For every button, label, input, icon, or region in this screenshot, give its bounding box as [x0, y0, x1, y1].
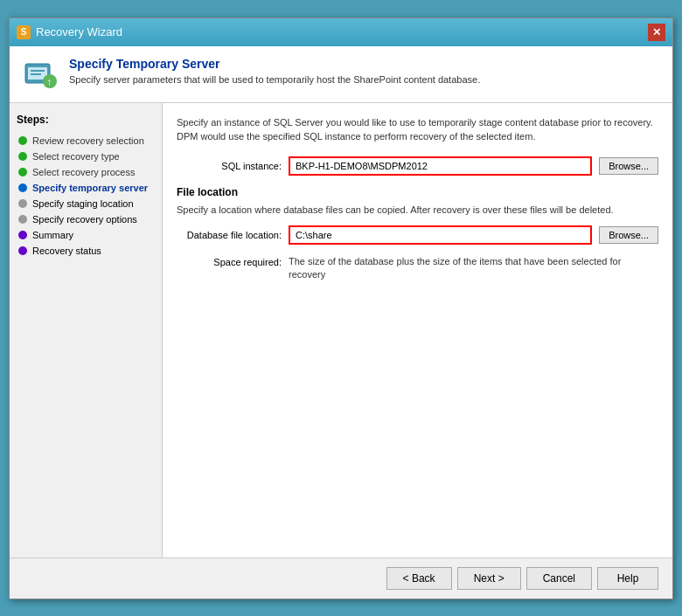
db-file-input[interactable]	[289, 225, 592, 245]
dot-recovery-type	[18, 152, 27, 161]
dot-staging	[18, 199, 27, 208]
browse-db-button[interactable]: Browse...	[599, 226, 658, 244]
svg-rect-2	[31, 70, 45, 72]
sidebar-label-staging: Specify staging location	[32, 198, 134, 209]
sidebar-label-recovery-type: Select recovery type	[32, 151, 120, 162]
back-button[interactable]: < Back	[386, 567, 452, 590]
close-button[interactable]: ✕	[648, 24, 665, 41]
sidebar-item-review[interactable]: Review recovery selection	[17, 133, 155, 149]
dot-temp-server	[18, 183, 27, 192]
space-value: The size of the database plus the size o…	[289, 255, 658, 282]
footer: < Back Next > Cancel Help	[10, 557, 672, 599]
sidebar-label-recovery-process: Select recovery process	[32, 167, 135, 177]
sidebar-label-review: Review recovery selection	[32, 135, 144, 146]
sidebar-item-summary[interactable]: Summary	[17, 227, 155, 243]
header-icon: ↑	[24, 57, 59, 92]
space-label: Space required:	[177, 255, 282, 267]
svg-rect-3	[31, 73, 41, 75]
sql-instance-row: SQL instance: Browse...	[177, 156, 658, 176]
sidebar-item-recovery-process[interactable]: Select recovery process	[17, 164, 155, 180]
space-required-row: Space required: The size of the database…	[177, 255, 658, 282]
sidebar-item-recovery-status[interactable]: Recovery status	[17, 243, 155, 259]
sidebar: Steps: Review recovery selection Select …	[10, 103, 163, 557]
header-text: Specify Temporary Server Specify server …	[69, 57, 480, 85]
dot-recovery-status	[18, 246, 27, 255]
sql-instance-input[interactable]	[289, 156, 592, 176]
header-area: ↑ Specify Temporary Server Specify serve…	[10, 46, 672, 103]
sidebar-label-recovery-status: Recovery status	[32, 246, 101, 256]
dot-review	[18, 136, 27, 145]
sidebar-item-staging[interactable]: Specify staging location	[17, 196, 155, 211]
file-location-title: File location	[177, 186, 658, 198]
sidebar-label-summary: Summary	[32, 230, 73, 240]
title-bar-left: S Recovery Wizard	[17, 25, 122, 39]
sidebar-item-temp-server[interactable]: Specify temporary server	[17, 180, 155, 196]
sidebar-item-recovery-options[interactable]: Specify recovery options	[17, 211, 155, 227]
page-title: Specify Temporary Server	[69, 57, 480, 71]
content-area: Specify an instance of SQL Server you wo…	[163, 103, 672, 557]
file-location-desc: Specify a location where database files …	[177, 204, 658, 217]
sidebar-item-recovery-type[interactable]: Select recovery type	[17, 149, 155, 164]
sql-instance-label: SQL instance:	[177, 161, 282, 171]
dot-summary	[18, 231, 27, 239]
recovery-wizard-window: S Recovery Wizard ✕ ↑ Specify Temporary …	[9, 17, 673, 599]
svg-text:↑: ↑	[46, 76, 52, 88]
main-content: Steps: Review recovery selection Select …	[10, 103, 672, 557]
dot-recovery-process	[18, 168, 27, 176]
db-file-label: Database file location:	[177, 230, 282, 240]
app-icon: S	[17, 25, 31, 39]
browse-sql-button[interactable]: Browse...	[599, 157, 658, 175]
title-bar: S Recovery Wizard ✕	[10, 18, 672, 46]
content-description: Specify an instance of SQL Server you wo…	[177, 115, 658, 144]
window-title: Recovery Wizard	[36, 25, 122, 38]
page-description: Specify server parameters that will be u…	[69, 74, 480, 85]
sidebar-label-recovery-options: Specify recovery options	[32, 214, 137, 225]
sidebar-label-temp-server: Specify temporary server	[32, 183, 148, 193]
db-file-row: Database file location: Browse...	[177, 225, 658, 245]
sidebar-title: Steps:	[17, 114, 155, 126]
next-button[interactable]: Next >	[457, 567, 521, 590]
cancel-button[interactable]: Cancel	[526, 567, 592, 590]
help-button[interactable]: Help	[597, 567, 658, 590]
file-location-section: File location Specify a location where d…	[177, 186, 658, 282]
dot-recovery-options	[18, 215, 27, 224]
